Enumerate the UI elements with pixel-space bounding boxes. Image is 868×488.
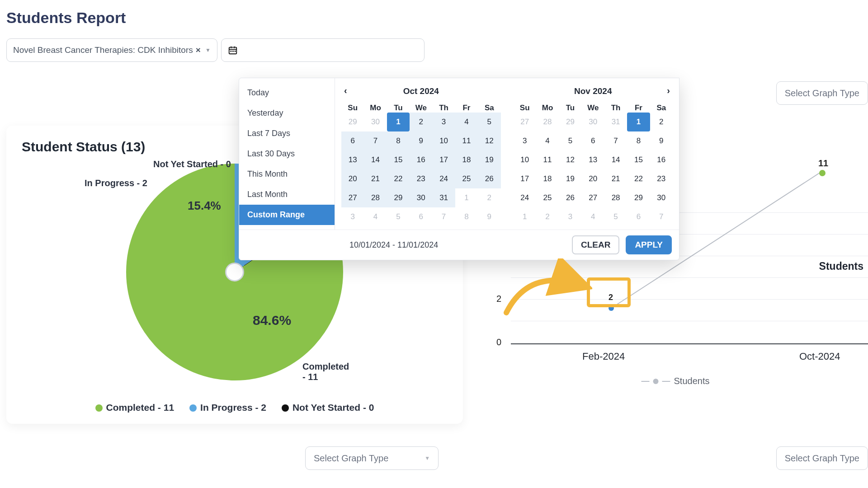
calendar-day[interactable]: 10 bbox=[432, 131, 455, 150]
calendar-day[interactable]: 9 bbox=[650, 131, 673, 150]
calendar-day[interactable]: 9 bbox=[410, 131, 432, 150]
calendar-day[interactable]: 23 bbox=[650, 169, 673, 188]
calendar-day[interactable]: 27 bbox=[341, 188, 364, 207]
calendar-day[interactable]: 28 bbox=[364, 188, 387, 207]
calendar-day[interactable]: 1 bbox=[387, 113, 410, 131]
next-month-icon[interactable]: › bbox=[667, 85, 670, 96]
calendar-day[interactable]: 25 bbox=[455, 169, 478, 188]
calendar-day[interactable]: 5 bbox=[559, 131, 581, 150]
data-point-feb[interactable] bbox=[609, 305, 614, 311]
calendar-month-label: Nov 2024 bbox=[574, 86, 612, 96]
calendar-day[interactable]: 6 bbox=[341, 131, 364, 150]
calendar-day[interactable]: 2 bbox=[650, 113, 673, 131]
calendar-day[interactable]: 10 bbox=[514, 150, 536, 169]
calendar-day[interactable]: 21 bbox=[604, 169, 627, 188]
preset-range-last-7-days[interactable]: Last 7 Days bbox=[239, 123, 335, 144]
preset-range-last-30-days[interactable]: Last 30 Days bbox=[239, 144, 335, 164]
dow-header: We bbox=[582, 103, 604, 113]
calendar-day[interactable]: 26 bbox=[478, 169, 500, 188]
calendar-day[interactable]: 6 bbox=[582, 131, 604, 150]
preset-range-last-month[interactable]: Last Month bbox=[239, 184, 335, 205]
calendar-day[interactable]: 14 bbox=[604, 150, 627, 169]
calendar-day: 5 bbox=[387, 207, 410, 226]
preset-range-custom-range[interactable]: Custom Range bbox=[239, 205, 335, 225]
preset-range-today[interactable]: Today bbox=[239, 83, 335, 103]
calendar-day[interactable]: 28 bbox=[604, 188, 627, 207]
calendar-day: 3 bbox=[341, 207, 364, 226]
apply-button[interactable]: APPLY bbox=[626, 235, 672, 254]
calendar-day[interactable]: 3 bbox=[514, 131, 536, 150]
calendar-day[interactable]: 25 bbox=[536, 188, 559, 207]
calendar-day[interactable]: 11 bbox=[536, 150, 559, 169]
calendar-day[interactable]: 2 bbox=[410, 113, 432, 131]
calendar-day[interactable]: 7 bbox=[364, 131, 387, 150]
calendar-day[interactable]: 4 bbox=[536, 131, 559, 150]
calendar-day[interactable]: 15 bbox=[387, 150, 410, 169]
calendar-day: 30 bbox=[582, 113, 604, 131]
calendar-day[interactable]: 12 bbox=[478, 131, 500, 150]
x-tick-oct: Oct-2024 bbox=[799, 351, 840, 362]
calendar-day[interactable]: 13 bbox=[582, 150, 604, 169]
calendar-day[interactable]: 7 bbox=[604, 131, 627, 150]
calendar-day[interactable]: 3 bbox=[432, 113, 455, 131]
calendar-day[interactable]: 20 bbox=[582, 169, 604, 188]
legend-completed[interactable]: Completed - 11 bbox=[95, 402, 175, 413]
calendar-day[interactable]: 1 bbox=[627, 113, 650, 131]
remove-filter-icon[interactable]: × bbox=[196, 45, 201, 55]
calendar-day[interactable]: 5 bbox=[478, 113, 500, 131]
select-graph-type-top[interactable]: Select Graph Type bbox=[776, 81, 868, 105]
calendar-day[interactable]: 13 bbox=[341, 150, 364, 169]
calendar-day[interactable]: 21 bbox=[364, 169, 387, 188]
calendar-day[interactable]: 19 bbox=[478, 150, 500, 169]
calendar-day[interactable]: 8 bbox=[387, 131, 410, 150]
select-graph-type-bottom-left[interactable]: Select Graph Type▼ bbox=[305, 446, 439, 470]
select-graph-type-label: Select Graph Type bbox=[785, 453, 859, 464]
calendar-day[interactable]: 24 bbox=[432, 169, 455, 188]
calendar-day[interactable]: 14 bbox=[364, 150, 387, 169]
preset-range-this-month[interactable]: This Month bbox=[239, 164, 335, 184]
calendar-day[interactable]: 20 bbox=[341, 169, 364, 188]
calendar-day[interactable]: 17 bbox=[432, 150, 455, 169]
calendar-icon bbox=[228, 45, 238, 55]
select-graph-type-label: Select Graph Type bbox=[785, 88, 859, 99]
clear-button[interactable]: CLEAR bbox=[572, 235, 619, 254]
calendar-day[interactable]: 31 bbox=[432, 188, 455, 207]
calendar-left: ‹ Oct 2024 SuMoTuWeThFrSa 29301234567891… bbox=[335, 78, 507, 230]
calendar-day[interactable]: 26 bbox=[559, 188, 581, 207]
calendar-day[interactable]: 18 bbox=[455, 150, 478, 169]
calendar-day[interactable]: 30 bbox=[410, 188, 432, 207]
calendar-day[interactable]: 24 bbox=[514, 188, 536, 207]
legend-not-started[interactable]: Not Yet Started - 0 bbox=[282, 402, 374, 413]
calendar-day[interactable]: 17 bbox=[514, 169, 536, 188]
calendar-day[interactable]: 29 bbox=[627, 188, 650, 207]
prev-month-icon[interactable]: ‹ bbox=[344, 85, 347, 96]
calendar-day[interactable]: 15 bbox=[627, 150, 650, 169]
date-range-input[interactable] bbox=[221, 38, 425, 62]
calendar-day[interactable]: 8 bbox=[627, 131, 650, 150]
calendar-day[interactable]: 30 bbox=[650, 188, 673, 207]
svg-rect-4 bbox=[230, 51, 231, 52]
dow-header: Th bbox=[432, 103, 455, 113]
dow-header: Th bbox=[604, 103, 627, 113]
calendar-day[interactable]: 12 bbox=[559, 150, 581, 169]
select-graph-type-bottom-right[interactable]: Select Graph Type bbox=[776, 446, 868, 470]
calendar-day[interactable]: 11 bbox=[455, 131, 478, 150]
calendar-day[interactable]: 22 bbox=[387, 169, 410, 188]
data-point-oct[interactable] bbox=[819, 170, 826, 176]
calendar-day[interactable]: 18 bbox=[536, 169, 559, 188]
calendar-day[interactable]: 22 bbox=[627, 169, 650, 188]
calendar-day[interactable]: 27 bbox=[582, 188, 604, 207]
y-tick-2: 2 bbox=[496, 294, 501, 304]
calendar-day: 29 bbox=[341, 113, 364, 131]
calendar-day[interactable]: 29 bbox=[387, 188, 410, 207]
calendar-day[interactable]: 19 bbox=[559, 169, 581, 188]
calendar-day: 6 bbox=[410, 207, 432, 226]
legend-in-progress[interactable]: In Progress - 2 bbox=[189, 402, 266, 413]
preset-range-yesterday[interactable]: Yesterday bbox=[239, 103, 335, 123]
calendar-day: 9 bbox=[478, 207, 500, 226]
calendar-day[interactable]: 23 bbox=[410, 169, 432, 188]
course-filter-pill[interactable]: Novel Breast Cancer Therapies: CDK Inhib… bbox=[6, 38, 217, 62]
calendar-day[interactable]: 16 bbox=[410, 150, 432, 169]
calendar-day[interactable]: 4 bbox=[455, 113, 478, 131]
calendar-day[interactable]: 16 bbox=[650, 150, 673, 169]
